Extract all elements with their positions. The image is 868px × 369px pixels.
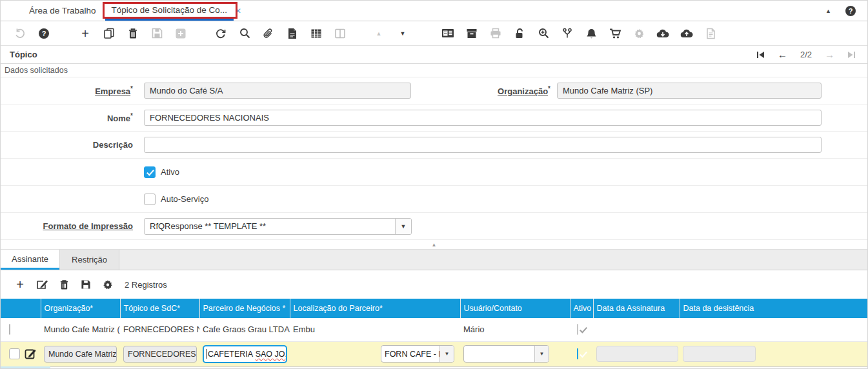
empresa-field[interactable]: Mundo do Café S/A: [144, 83, 411, 99]
svg-text:?: ?: [42, 30, 46, 37]
previous-record-icon[interactable]: ←: [778, 49, 787, 60]
form-row-descricao: Descrição: [1, 132, 867, 159]
cart-icon[interactable]: [609, 27, 621, 40]
pane-splitter[interactable]: ▲: [1, 240, 867, 249]
paperclip-icon[interactable]: [262, 27, 275, 40]
organizacao-editor-readonly[interactable]: Mundo Cafe Matriz (SP): [44, 346, 117, 363]
auto-servico-checkbox[interactable]: [144, 194, 156, 205]
col-usuario-contato[interactable]: Usuário/Contato: [460, 299, 570, 318]
parent-up-icon[interactable]: ▲: [372, 27, 385, 40]
data-assinatura-editor-disabled: [596, 346, 678, 362]
edit-row-icon[interactable]: [35, 278, 48, 291]
new-record-plus-icon[interactable]: +: [79, 27, 92, 40]
file-export-icon[interactable]: [704, 27, 717, 40]
row-select-checkbox[interactable]: [9, 348, 20, 359]
organizacao-field[interactable]: Mundo Cafe Matriz (SP): [557, 83, 822, 99]
row-select-checkbox[interactable]: [9, 324, 10, 335]
undo-icon[interactable]: [14, 27, 26, 40]
detail-down-icon[interactable]: ▼: [396, 27, 409, 40]
editing-pencil-icon: [25, 348, 37, 360]
ativo-editor-checkbox[interactable]: [577, 348, 578, 359]
columns-icon[interactable]: [334, 27, 347, 40]
tab-area-de-trabalho[interactable]: Área de Trabalho: [20, 1, 105, 21]
record-count-label: 2 Registros: [125, 280, 167, 290]
unlock-icon[interactable]: [513, 27, 526, 40]
col-topico-sdc[interactable]: Tópico de SdC*: [120, 299, 199, 318]
col-data-assinatura[interactable]: Data da Assinatura: [593, 299, 680, 318]
header-select-all-cell: [1, 299, 41, 318]
main-toolbar: ? +: [1, 21, 867, 46]
grid-settings-gear-icon[interactable]: [101, 278, 114, 291]
cell-parceiro: Cafe Graos Grau LTDA - ME: [199, 318, 290, 341]
dropdown-caret-icon[interactable]: ▼: [395, 219, 411, 234]
formato-impressao-combobox[interactable]: RfQResponse ** TEMPLATE ** ▼: [144, 218, 412, 235]
nome-label: Nome*: [1, 112, 133, 123]
descricao-label: Descrição: [1, 140, 133, 150]
organizacao-label: Organização*: [411, 85, 550, 96]
bell-icon[interactable]: [585, 27, 598, 40]
form-row-auto-servico: Auto-Serviço: [1, 186, 867, 213]
dropdown-caret-icon[interactable]: ▼: [439, 346, 454, 362]
cell-usuario: Mário: [460, 318, 570, 341]
cell-data-desistencia: [680, 318, 867, 341]
record-form: Empresa* Mundo do Café S/A Organização* …: [1, 77, 867, 240]
col-ativo[interactable]: Ativo: [570, 299, 593, 318]
tab-close-icon[interactable]: ✕: [235, 6, 241, 15]
printer-icon[interactable]: [489, 27, 502, 40]
cell-localizacao: Embu: [290, 318, 460, 341]
dropdown-caret-icon[interactable]: ▼: [534, 346, 549, 362]
tab-assinante[interactable]: Assinante: [1, 250, 59, 270]
add-row-plus-icon[interactable]: +: [14, 278, 26, 291]
tab-topico-solicitacao[interactable]: Tópico de Solicitação de Co...: [105, 1, 234, 21]
tab-label: Tópico de Solicitação de Co...: [112, 5, 227, 15]
search-icon[interactable]: [238, 27, 251, 40]
col-localizacao-parceiro[interactable]: Localização do Parceiro*: [290, 299, 460, 318]
col-data-desistencia[interactable]: Data da desistência: [680, 299, 867, 318]
application-window: Área de Trabalho Tópico de Solicitação d…: [0, 0, 868, 369]
document-icon[interactable]: [286, 27, 299, 40]
workflow-icon[interactable]: [561, 27, 574, 40]
form-row-empresa: Empresa* Mundo do Café S/A Organização* …: [1, 77, 867, 105]
last-record-icon[interactable]: [847, 51, 856, 59]
save-create-icon[interactable]: [174, 27, 187, 40]
help-icon[interactable]: ?: [845, 6, 856, 16]
table-row-editing[interactable]: Mundo Cafe Matriz (SP) FORNECEDORES NAC …: [1, 341, 867, 366]
nome-field[interactable]: FORNECEDORES NACIONAIS: [144, 110, 822, 126]
cell-organizacao: Mundo Cafe Matriz (SP): [41, 318, 120, 341]
record-position: 2/2: [800, 50, 812, 59]
usuario-editor-combobox[interactable]: ▼: [463, 345, 549, 363]
table-row[interactable]: Mundo Cafe Matriz (SP) FORNECEDORES N...…: [1, 318, 867, 341]
cloud-download-icon[interactable]: [656, 27, 669, 40]
zoom-across-icon[interactable]: [537, 27, 550, 40]
empresa-label: Empresa*: [1, 85, 133, 96]
next-record-icon[interactable]: →: [825, 49, 834, 60]
delete-row-trash-icon[interactable]: [57, 278, 70, 291]
col-parceiro-negocios[interactable]: Parceiro de Negócios *: [199, 299, 290, 318]
localizacao-editor-combobox[interactable]: FORN CAFE - LE ▼: [381, 345, 454, 363]
descricao-field[interactable]: [144, 137, 822, 153]
collapse-caret-icon[interactable]: ▲: [825, 8, 831, 14]
record-header: Tópico ← 2/2 →: [1, 46, 867, 64]
col-organizacao[interactable]: Organização*: [41, 299, 120, 318]
cloud-upload-icon[interactable]: [680, 27, 693, 40]
record-navigation: ← 2/2 →: [756, 49, 856, 60]
help-icon[interactable]: ?: [37, 27, 50, 40]
splitter-caret-icon: ▲: [432, 242, 437, 248]
topico-editor-readonly[interactable]: FORNECEDORES NAC: [123, 346, 197, 363]
grid-toggle-icon[interactable]: [310, 27, 323, 40]
refresh-icon[interactable]: [214, 27, 227, 40]
first-record-icon[interactable]: [756, 51, 765, 59]
archive-icon[interactable]: [465, 27, 478, 40]
trash-icon[interactable]: [126, 27, 139, 40]
save-row-icon[interactable]: [79, 278, 92, 291]
copy-icon[interactable]: [103, 27, 116, 40]
table-bottom-strip: [1, 366, 867, 368]
parceiro-editor-focused[interactable]: CAFETERIA SAO JO.: [203, 345, 287, 363]
ativo-checkbox[interactable]: [144, 166, 156, 178]
report-icon[interactable]: [441, 27, 454, 40]
save-icon[interactable]: [150, 27, 163, 40]
form-row-nome: Nome* FORNECEDORES NACIONAIS: [1, 105, 867, 132]
gear-icon[interactable]: [632, 27, 645, 40]
cell-data-assinatura: [593, 318, 680, 341]
tab-restricao[interactable]: Restrição: [59, 250, 119, 270]
